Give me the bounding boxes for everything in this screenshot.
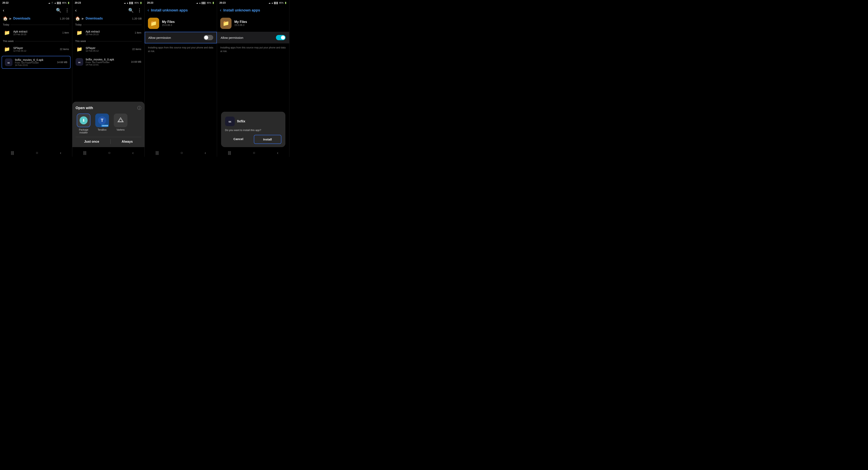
- search-icon-2[interactable]: 🔍: [128, 8, 134, 13]
- recents-btn-2[interactable]: |||: [83, 151, 86, 155]
- file-meta-1: 15 Feb 20:15: [13, 33, 60, 36]
- install-button[interactable]: Install: [254, 135, 281, 144]
- section-divider-2: [15, 41, 69, 41]
- panel-2: 20:23 ☁ ▲ ▌▌▌ 85% 🔋 ‹ 🔍 ⋮ 🏠 ▶ Downloads …: [72, 0, 145, 157]
- file-info-3: 9xflix_movies_6_0.apk From: SecTrashProv…: [15, 58, 55, 66]
- file-size-2: 14.68 MB: [131, 61, 141, 63]
- battery-4: 85%: [279, 2, 284, 4]
- file-count-4: 22 items: [132, 48, 141, 51]
- app-item-varlens[interactable]: Varlens: [113, 114, 129, 134]
- folder-icon-1: 📁: [3, 29, 11, 37]
- file-name-2: SPlayer: [13, 46, 58, 50]
- recents-btn-3[interactable]: |||: [156, 151, 159, 155]
- home-icon-1[interactable]: 🏠: [3, 16, 8, 21]
- folder-item-splayer-2[interactable]: 📁 SPlayer 12 Feb 05:12 22 items: [72, 43, 145, 56]
- app-big-version-4: 15.0.06.3: [234, 24, 247, 27]
- varlens-icon: [114, 114, 127, 127]
- signal-icon-2: ▌▌▌: [129, 2, 134, 4]
- install-dialog-buttons: Cancel Install: [225, 135, 281, 144]
- home-btn-4[interactable]: ○: [253, 151, 255, 155]
- back-btn-2[interactable]: ‹: [132, 151, 134, 155]
- file-meta-5: 15 Feb 20:15: [86, 33, 132, 36]
- folder-item-apk-extract-1[interactable]: 📁 Apk extract 15 Feb 20:15 1 item: [0, 27, 72, 39]
- file-count-3: 1 item: [135, 31, 141, 34]
- back-btn-3[interactable]: ‹: [205, 151, 206, 155]
- open-with-title: Open with: [75, 106, 93, 110]
- cloud-icon-2: ☁: [124, 2, 126, 4]
- more-icon-1[interactable]: ⋮: [65, 8, 69, 13]
- allow-permission-toggle-3[interactable]: [204, 35, 213, 40]
- file-meta-2: 12 Feb 05:12: [13, 50, 58, 52]
- apk-item-9xflix-1[interactable]: 9X 9xflix_movies_6_0.apk From: SecTrashP…: [2, 56, 70, 69]
- cloud-icon-3: ☁: [196, 2, 198, 4]
- toggle-knob-3: [204, 36, 208, 39]
- myfiles-emoji-4: 📁: [223, 20, 229, 27]
- open-with-buttons: Just once Always: [75, 137, 141, 146]
- nav-right-1: 🔍 ⋮: [56, 8, 69, 13]
- more-icon-2[interactable]: ⋮: [137, 8, 142, 13]
- file-meta-3: From: SecTrashProvider: [15, 62, 55, 64]
- back-btn-1[interactable]: ‹: [60, 151, 61, 155]
- back-button-1[interactable]: ‹: [3, 8, 4, 13]
- cancel-install-button[interactable]: Cancel: [225, 135, 252, 144]
- section-week-1: This week: [0, 39, 72, 43]
- install-back-4[interactable]: ‹: [220, 8, 221, 13]
- install-header-3: ‹ Install unknown apps: [145, 6, 217, 15]
- app-info-text-3: My Files 15.0.06.3: [162, 20, 175, 27]
- whatsapp-icon: 📱: [51, 2, 54, 4]
- breadcrumb-name-2[interactable]: Downloads: [86, 17, 130, 20]
- battery-1: 85%: [62, 2, 66, 4]
- install-title-4: Install unknown apps: [223, 8, 286, 12]
- home-icon-2[interactable]: 🏠: [75, 16, 80, 21]
- apk-icon-1: 9X: [5, 59, 12, 66]
- info-icon[interactable]: ⓘ: [137, 105, 141, 111]
- home-btn-1[interactable]: ○: [36, 151, 38, 155]
- folder-icon-2: 📁: [3, 45, 11, 53]
- install-dialog-icon: 9X: [225, 117, 235, 126]
- just-once-button[interactable]: Just once: [78, 139, 105, 145]
- back-btn-4[interactable]: ‹: [277, 151, 278, 155]
- folder-item-apk-extract-2[interactable]: 📁 Apk extract 15 Feb 20:15 1 item: [72, 27, 145, 39]
- app-info-text-4: My Files 15.0.06.3: [234, 20, 247, 27]
- always-button[interactable]: Always: [116, 139, 139, 145]
- recents-btn-4[interactable]: |||: [228, 151, 231, 155]
- recents-btn-1[interactable]: |||: [11, 151, 14, 155]
- wifi-icon-4: ▲: [271, 2, 273, 4]
- bottom-nav-2: ||| ○ ‹: [72, 149, 145, 157]
- myfiles-icon-3: 📁: [148, 18, 159, 29]
- status-bar-1: 20:22 ☁ 📱 ▲ ▌▌▌ 85% 🔋: [0, 0, 72, 6]
- cloud-icon-4: ☁: [269, 2, 271, 4]
- file-meta-4: 14 Feb 22:01: [15, 64, 55, 66]
- breadcrumb-name-1[interactable]: Downloads: [13, 17, 58, 20]
- back-button-2[interactable]: ‹: [75, 8, 76, 13]
- section-week-2: This week: [72, 39, 145, 43]
- app-item-terabox[interactable]: T 1024GB TeraBox: [94, 114, 110, 134]
- home-btn-2[interactable]: ○: [108, 151, 111, 155]
- cloud-icon: ☁: [48, 2, 50, 4]
- file-name-4: Apk extract: [86, 30, 132, 33]
- search-icon-1[interactable]: 🔍: [56, 8, 61, 13]
- breadcrumb-size-2: 1.20 GB: [132, 17, 142, 20]
- folder-item-splayer-1[interactable]: 📁 SPlayer 12 Feb 05:12 22 items: [0, 43, 72, 56]
- status-bar-3: 20:23 ☁ ▲ ▌▌▌ 85% 🔋: [145, 0, 217, 6]
- apk-item-9xflix-2[interactable]: 9X 9xflix_movies_6_0.apk From: SecTrashP…: [72, 56, 145, 68]
- breadcrumb-1: 🏠 ▶ Downloads 1.20 GB: [0, 15, 72, 23]
- nav-right-2: 🔍 ⋮: [128, 8, 142, 13]
- install-back-3[interactable]: ‹: [148, 8, 149, 13]
- allow-permission-toggle-4[interactable]: [276, 35, 286, 40]
- app-item-package-installer[interactable]: ⬇ Package installer: [75, 114, 92, 134]
- install-title-3: Install unknown apps: [151, 8, 214, 12]
- home-btn-3[interactable]: ○: [181, 151, 183, 155]
- svg-text:9X: 9X: [7, 62, 10, 64]
- install-dialog-appname: 9xflix: [237, 120, 245, 123]
- status-time-3: 20:23: [147, 1, 153, 4]
- section-today-2: Today: [72, 23, 145, 27]
- breadcrumb-arrow-1: ▶: [9, 17, 12, 20]
- app-icons-row: ⬇ Package installer T 1024GB TeraBox: [75, 114, 141, 134]
- install-dialog: 9X 9xflix Do you want to install this ap…: [221, 112, 285, 147]
- apk-icon-2: 9X: [75, 58, 83, 66]
- terabox-label: TeraBox: [98, 128, 106, 131]
- battery-icon-3: 🔋: [212, 2, 214, 4]
- battery-icon-2: 🔋: [140, 2, 142, 4]
- breadcrumb-2: 🏠 ▶ Downloads 1.20 GB: [72, 15, 145, 23]
